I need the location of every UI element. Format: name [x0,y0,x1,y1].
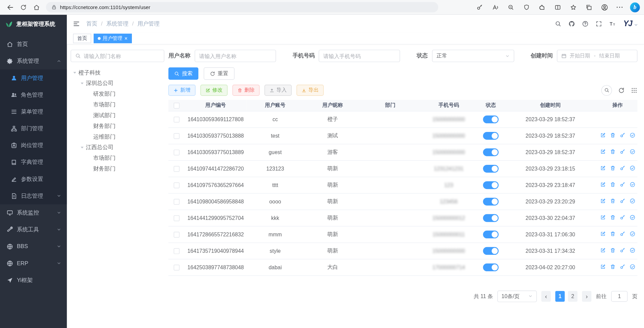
sidebar-item[interactable]: 日志管理 [0,187,67,204]
password-key-button[interactable] [474,1,485,13]
phone-input[interactable] [324,53,396,59]
tree-node[interactable]: 江西总公司 [71,142,164,153]
assign-role-icon[interactable] [630,264,635,269]
sidebar-item[interactable]: Yi框架 [0,272,67,288]
row-checkbox[interactable] [174,182,180,188]
reset-password-icon[interactable] [620,264,625,269]
delete-icon[interactable] [610,182,615,187]
sidebar-item[interactable]: 菜单管理 [0,103,67,120]
browser-back-button[interactable] [4,1,16,13]
collections-button[interactable] [583,1,595,13]
status-toggle[interactable] [483,197,499,205]
sidebar-item[interactable]: 参数设置 [0,171,67,187]
address-bar[interactable]: https://ccnetcore.com:1101/system/user [46,2,438,12]
tree-node[interactable]: 财务部门 [71,121,164,132]
refresh-table-button[interactable] [618,87,625,94]
page-size-select[interactable]: 10条/页 [497,290,537,302]
delete-button[interactable]: 删除 [233,85,260,96]
delete-icon[interactable] [610,165,615,171]
delete-icon[interactable] [610,247,615,253]
tab[interactable]: 用户管理 × [94,34,132,43]
sidebar-item[interactable]: 用户管理 [0,69,67,86]
status-toggle[interactable] [483,247,499,254]
row-checkbox[interactable] [174,248,180,254]
row-checkbox[interactable] [174,149,180,155]
favorites-button[interactable] [567,1,579,13]
edit-icon[interactable] [600,247,605,253]
reset-password-icon[interactable] [620,214,625,220]
row-checkbox[interactable] [174,265,180,270]
sidebar-item[interactable]: 系统监控 [0,204,67,221]
edit-button[interactable]: 修改 [200,85,228,96]
status-toggle[interactable] [483,181,499,189]
browser-home-button[interactable] [31,1,43,13]
status-select[interactable]: 正常 [432,50,514,62]
tab[interactable]: 首页 [73,34,91,43]
breadcrumb-item[interactable]: 首页 / [86,20,103,27]
row-checkbox[interactable] [174,116,180,122]
assign-role-icon[interactable] [630,182,635,187]
read-aloud-button[interactable] [489,1,501,13]
assign-role-icon[interactable] [630,247,635,253]
breadcrumb-item[interactable]: 用户管理 / [137,20,159,27]
toggle-search-button[interactable] [601,85,612,96]
assign-role-icon[interactable] [630,132,635,138]
edit-icon[interactable] [600,132,605,138]
assign-role-icon[interactable] [630,231,635,236]
status-toggle[interactable] [483,165,499,172]
row-checkbox[interactable] [174,133,180,139]
edit-icon[interactable] [600,165,605,171]
row-checkbox[interactable] [174,199,180,204]
reset-password-icon[interactable] [620,198,625,204]
status-toggle[interactable] [483,263,499,271]
fullscreen-button[interactable] [595,20,602,27]
add-button[interactable]: 新增 [168,85,196,96]
reset-password-icon[interactable] [620,231,625,236]
breadcrumb-item[interactable]: 系统管理 / [106,20,134,27]
select-all-checkbox[interactable] [174,103,180,108]
edit-icon[interactable] [600,182,605,187]
tree-node[interactable]: 运维部门 [71,132,164,142]
page-button[interactable]: 1 [555,291,565,301]
docs-button[interactable] [582,20,589,27]
reset-password-icon[interactable] [620,149,625,154]
status-toggle[interactable] [483,132,499,139]
assign-role-icon[interactable] [630,149,635,154]
edit-icon[interactable] [600,231,605,236]
row-checkbox[interactable] [174,232,180,237]
page-button[interactable]: 2 [568,291,578,301]
tab-close-icon[interactable]: × [125,36,128,41]
delete-icon[interactable] [610,231,615,236]
sidebar-item[interactable]: 岗位管理 [0,137,67,154]
created-date-range[interactable]: 开始日期 - 结束日期 [557,50,638,62]
zoom-button[interactable] [505,1,516,13]
edit-icon[interactable] [600,149,605,154]
tree-node[interactable]: 研发部门 [71,89,164,99]
extensions-button[interactable] [536,1,548,13]
reset-password-icon[interactable] [620,165,625,171]
sidebar-item[interactable]: 系统工具 [0,221,67,238]
goto-page-input[interactable] [611,291,628,301]
export-button[interactable]: 导出 [297,85,324,96]
next-page-button[interactable]: › [582,291,591,301]
reset-button[interactable]: 重置 [204,67,235,80]
copilot-button[interactable]: b [630,2,640,12]
username-input[interactable] [199,53,271,59]
delete-icon[interactable] [610,198,615,204]
dept-search-box[interactable] [71,50,164,62]
prev-page-button[interactable]: ‹ [541,291,551,301]
tree-node[interactable]: 橙子科技 [71,67,164,78]
browser-refresh-button[interactable] [17,1,30,13]
sidebar-item[interactable]: ERP [0,255,67,272]
status-toggle[interactable] [483,214,499,222]
split-screen-button[interactable] [552,1,563,13]
status-toggle[interactable] [483,148,499,156]
sidebar-item[interactable]: 字典管理 [0,154,67,171]
tree-node[interactable]: 财务部门 [71,163,164,174]
tree-node[interactable]: 深圳总公司 [71,78,164,89]
assign-role-icon[interactable] [630,214,635,220]
font-size-button[interactable]: TT [609,20,616,27]
delete-icon[interactable] [610,264,615,269]
status-toggle[interactable] [483,230,499,238]
tree-node[interactable]: 市场部门 [71,99,164,110]
